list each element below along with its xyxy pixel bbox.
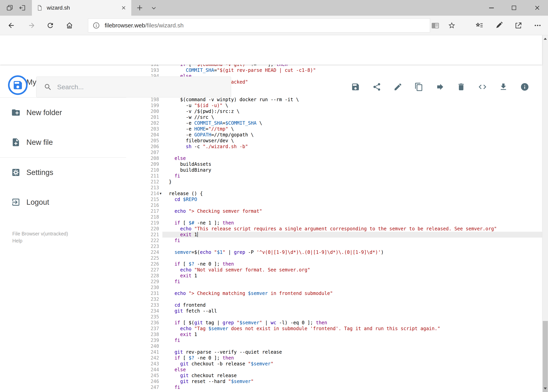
- code-line-246[interactable]: 246 git reset --hard "$semver": [126, 378, 542, 384]
- code-line-220[interactable]: 220 echo "This release script requires a…: [126, 226, 542, 232]
- code-line-208[interactable]: 208 else: [126, 155, 542, 161]
- window-maximize-button[interactable]: [504, 0, 524, 16]
- hub-favorites-button[interactable]: [476, 21, 484, 29]
- code-line-236[interactable]: 236 if [ $(git tag | grep "$semver" | wc…: [126, 320, 542, 326]
- scroll-down-arrow[interactable]: [542, 385, 548, 392]
- address-bar[interactable]: filebrowser.web/files/wizard.sh: [88, 18, 430, 33]
- code-line-238[interactable]: 238 exit 1: [126, 331, 542, 337]
- refresh-button[interactable]: [46, 21, 54, 29]
- code-line-214[interactable]: 214▾release () {: [126, 191, 542, 196]
- sidebar-item-settings[interactable]: Settings: [0, 163, 126, 182]
- code-line-233[interactable]: 233 cd frontend: [126, 302, 542, 308]
- code-line-235[interactable]: 235: [126, 314, 542, 320]
- code-line-218[interactable]: 218: [126, 214, 542, 220]
- code-line-225[interactable]: 225: [126, 255, 542, 261]
- set-tabs-aside-icon[interactable]: [19, 4, 26, 11]
- code-line-202[interactable]: 202 -e COMMIT_SHA=$COMMIT_SHA \: [126, 120, 542, 126]
- code-line-243[interactable]: 243 git checkout -b release "$semver": [126, 361, 542, 367]
- info-button[interactable]: [520, 82, 529, 91]
- window-minimize-button[interactable]: [481, 0, 502, 16]
- sidebar-item-new-folder[interactable]: New folder: [0, 103, 126, 122]
- code-line-204[interactable]: 204 -e GOPATH=//tmp/gopath \: [126, 132, 542, 138]
- logout-icon: [11, 197, 21, 207]
- site-info-icon[interactable]: [92, 22, 100, 29]
- code-line-228[interactable]: 228 exit 1: [126, 273, 542, 279]
- download-button[interactable]: [499, 82, 508, 91]
- sidebar-item-new-file[interactable]: New file: [0, 133, 126, 152]
- code-line-241[interactable]: 241 git rev-parse --verify --quiet relea…: [126, 349, 542, 355]
- fold-arrow-icon[interactable]: ▾: [160, 190, 162, 196]
- line-number: 203: [126, 126, 159, 132]
- code-line-201[interactable]: 201 -w //src \: [126, 114, 542, 120]
- code-line-227[interactable]: 227 echo "Not valid semver format. See s…: [126, 267, 542, 273]
- page-scrollbar[interactable]: [542, 35, 548, 392]
- code-line-199[interactable]: 199 -u "$(id -u)" \: [126, 103, 542, 108]
- code-line-213[interactable]: 213: [126, 185, 542, 191]
- code-line-244[interactable]: 244 else: [126, 367, 542, 373]
- move-button[interactable]: [436, 82, 445, 91]
- copy-button[interactable]: [414, 82, 423, 91]
- reading-view-button[interactable]: [431, 21, 439, 29]
- code-line-230[interactable]: 230: [126, 285, 542, 290]
- tab-close-icon[interactable]: [121, 5, 127, 11]
- forward-button[interactable]: [28, 21, 36, 29]
- code-line-205[interactable]: 205 filebrowser/dev \: [126, 138, 542, 144]
- code-line-245[interactable]: 245 git checkout release: [126, 373, 542, 378]
- code-line-206[interactable]: 206 sh -c "./wizard.sh -b": [126, 144, 542, 149]
- code-line-242[interactable]: 242 if [ $? -ne 0 ]; then: [126, 355, 542, 361]
- code-line-232[interactable]: 232: [126, 296, 542, 302]
- code-line-223[interactable]: 223: [126, 244, 542, 249]
- tab-preview-chevron-icon[interactable]: [150, 5, 157, 11]
- back-button[interactable]: [7, 21, 15, 29]
- tabs-set-aside-list-icon[interactable]: [6, 4, 13, 11]
- code-line-219[interactable]: 219 if [ $# -ne 1 ]; then: [126, 220, 542, 226]
- code-line-239[interactable]: 239 fi: [126, 337, 542, 343]
- code-line-231[interactable]: 231 echo "> Checking matching $semver in…: [126, 290, 542, 296]
- code-line-192[interactable]: 192 if [ "$(command -v git)" != "" ]; th…: [126, 65, 542, 67]
- code-line-198[interactable]: 198 $(command -v winpty) docker run --rm…: [126, 97, 542, 103]
- save-button[interactable]: [351, 82, 360, 91]
- line-number: 199: [126, 103, 159, 108]
- share-page-button[interactable]: [514, 21, 522, 29]
- more-actions-button[interactable]: [534, 21, 541, 29]
- line-number: 245: [126, 373, 159, 378]
- home-button[interactable]: [66, 21, 73, 29]
- help-link[interactable]: Help: [12, 238, 22, 244]
- code-line-211[interactable]: 211 fi: [126, 173, 542, 179]
- code-line-221[interactable]: 221 exit 1: [126, 232, 542, 238]
- delete-button[interactable]: [457, 82, 466, 91]
- line-number: 222: [126, 238, 159, 244]
- code-line-215[interactable]: 215 cd $REPO: [126, 196, 542, 202]
- window-close-button[interactable]: [527, 0, 548, 16]
- favorite-star-button[interactable]: [448, 21, 456, 29]
- edit-button[interactable]: [393, 82, 402, 91]
- code-line-224[interactable]: 224 semver=$(echo "$1" | grep -P '^v(0|[…: [126, 249, 542, 255]
- share-button[interactable]: [372, 82, 381, 91]
- new-tab-button[interactable]: [136, 4, 143, 12]
- code-line-207[interactable]: 207: [126, 149, 542, 155]
- code-line-210[interactable]: 210 buildBinary: [126, 167, 542, 173]
- code-line-240[interactable]: 240: [126, 343, 542, 349]
- search-input[interactable]: Search...: [36, 77, 231, 98]
- code-editor[interactable]: 192 if [ "$(command -v git)" != "" ]; th…: [126, 65, 542, 392]
- source-code-button[interactable]: [478, 82, 487, 91]
- code-line-212[interactable]: 212}: [126, 179, 542, 185]
- code-line-217[interactable]: 217 echo "> Checking semver format": [126, 208, 542, 214]
- code-line-216[interactable]: 216: [126, 202, 542, 208]
- code-line-222[interactable]: 222 fi: [126, 238, 542, 244]
- code-line-237[interactable]: 237 echo "Tag $semver does not exist in …: [126, 326, 542, 331]
- browser-tab[interactable]: wizard.sh: [32, 0, 131, 16]
- code-line-229[interactable]: 229 fi: [126, 279, 542, 285]
- scrollbar-thumb[interactable]: [543, 321, 548, 392]
- web-note-pen-button[interactable]: [495, 21, 503, 29]
- code-text: echo "> Checking semver format": [169, 208, 262, 214]
- code-line-209[interactable]: 209 buildAssets: [126, 161, 542, 167]
- code-line-203[interactable]: 203 -e HOME="//tmp" \: [126, 126, 542, 132]
- scroll-up-arrow[interactable]: [542, 35, 548, 42]
- sidebar-item-logout[interactable]: Logout: [0, 192, 126, 212]
- code-line-193[interactable]: 193 COMMIT_SHA="$(git rev-parse HEAD | c…: [126, 67, 542, 73]
- code-line-226[interactable]: 226 if [ $? -ne 0 ]; then: [126, 261, 542, 267]
- code-line-234[interactable]: 234 git fetch --all: [126, 308, 542, 314]
- code-line-200[interactable]: 200 -v /$(pwd):/src:z \: [126, 108, 542, 114]
- code-line-247[interactable]: 247 fi: [126, 384, 542, 390]
